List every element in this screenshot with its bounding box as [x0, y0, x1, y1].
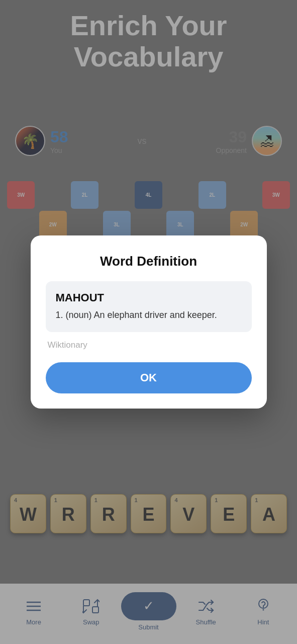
modal-title: Word Definition: [46, 254, 252, 269]
definition-source: Wiktionary: [46, 340, 252, 350]
modal-overlay: Word Definition MAHOUT 1. (noun) An elep…: [0, 0, 297, 644]
definition-box: MAHOUT 1. (noun) An elephant driver and …: [46, 281, 252, 332]
ok-button[interactable]: OK: [46, 362, 252, 393]
ok-button-label: OK: [140, 371, 157, 384]
definition-text: 1. (noun) An elephant driver and keeper.: [56, 308, 242, 322]
definition-word: MAHOUT: [56, 291, 242, 304]
word-definition-modal: Word Definition MAHOUT 1. (noun) An elep…: [31, 235, 267, 409]
